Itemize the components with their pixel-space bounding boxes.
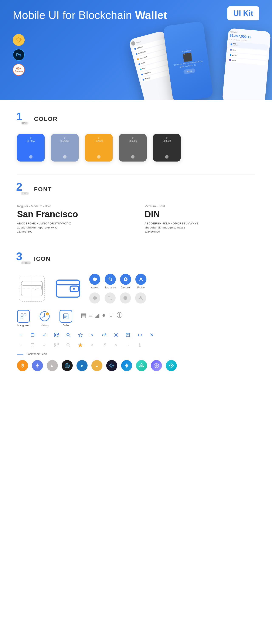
svg-marker-44 [78,333,82,337]
star-icon [76,331,84,339]
sketch-badge [13,34,25,46]
nem-icon [62,360,73,371]
icon-section-title: ICON [34,256,50,262]
sketch-icon [15,37,22,43]
nav-icon-profile-gray [135,292,146,304]
svg-point-18 [125,278,126,280]
assets-icon [92,277,97,282]
svg-rect-24 [24,314,26,316]
din-lowercase: abcdefghijklmnopqrstuvwxyz [144,226,255,229]
svg-marker-16 [93,277,97,281]
nav-icon-discover-gray [120,292,131,304]
assets-icon-circle-gray [89,292,100,304]
chat-icon: ▤ [81,312,86,319]
color-section: 1 ONE COLOR #3574FA #8DA0C8 #F5A623 #666… [17,113,255,162]
assets-label: Assets [91,286,98,289]
wallet-colored-svg [53,274,83,304]
swatch-dark: #303030 [153,134,180,162]
nav-icons-group: Assets Exchange [89,274,146,304]
svg-rect-57 [58,347,58,347]
star-icon-yellow [76,341,84,349]
qr-svg-gray [54,343,59,348]
hero-section: Mobile UI for Blockchain Wallet UI Kit P… [0,0,272,100]
poly-icon [151,360,162,371]
plus-icon-gray: + [17,341,25,349]
qr-icon-gray [53,341,60,349]
divider-2 [17,244,255,244]
number-big-2: 2 [16,181,22,192]
swatch-dot-3 [97,155,100,158]
profile-icon [138,277,144,282]
svg-marker-76 [125,364,128,368]
font-section: 2 TWO FONT Regular · Medium · Bold San F… [17,183,255,233]
main-content: 1 ONE COLOR #3574FA #8DA0C8 #F5A623 #666… [0,100,272,394]
swatch-dot-4 [131,155,134,158]
search-icon-gray [64,341,72,349]
info-icon: ⓘ [117,311,122,319]
divider-1 [17,174,255,174]
back-icon: < [88,331,96,339]
assets-icon-gray [92,296,97,300]
svg-point-21 [124,296,127,300]
search-svg-gray [66,343,71,348]
close-icon: ✕ [148,331,156,339]
svg-text:!: ! [47,313,48,315]
svg-rect-52 [57,343,58,345]
svg-point-15 [73,288,75,290]
icon-grid-top: Assets Exchange [17,274,255,304]
hero-badges: Ps 60+ Screens [13,34,25,76]
blockchain-line [17,354,24,354]
svg-point-19 [140,278,142,279]
star-svg-yellow [78,343,83,348]
order-icon-svg [63,313,69,320]
profile-icon-circle [135,274,146,285]
svg-marker-20 [93,296,97,300]
svg-point-42 [67,333,69,336]
exchange-icon [108,277,113,282]
blockchain-label: BlockChain Icon [26,352,47,356]
swatch-orange: #F5A623 [85,134,112,162]
check-icon-gray: ✓ [41,341,48,349]
verge-svg [138,362,144,368]
svg-rect-39 [58,336,58,336]
svg-marker-64 [66,364,69,367]
history-label: History [40,324,48,327]
svg-text:D: D [81,364,83,367]
photoshop-badge: Ps [13,49,25,61]
eth-icon [32,360,43,371]
din-uppercase: ABCDEFGHIJKLMNOPQRSTUVWXYZ [144,222,255,225]
sf-lowercase: abcdefghijklmnopqrstuvwxyz [17,226,128,229]
svg-rect-8 [21,281,42,286]
svg-text:Z: Z [96,364,98,367]
close-icon-gray: ✕ [112,341,120,349]
svg-marker-60 [78,343,82,347]
ui-kit-badge: UI Kit [228,6,259,20]
sf-font-name: San Francisco [17,209,128,219]
font-col-din: Medium · Bold DIN ABCDEFGHIJKLMNOPQRSTUV… [144,204,255,233]
color-swatches: #3574FA #8DA0C8 #F5A623 #666666 #303030 [17,134,255,162]
svg-marker-80 [155,364,158,367]
svg-rect-38 [57,336,58,336]
sky-icon [166,360,177,371]
ltc-icon: Ł [47,360,58,371]
nem-svg [64,362,70,368]
bottom-icon-row: Mangment ! History [17,310,255,327]
management-icon-svg [20,313,26,320]
phones-container: Profile Mainnet Messages Red Color Night… [132,11,272,100]
font-section-title: FONT [34,186,52,193]
export-svg [126,333,130,337]
svg-rect-40 [57,336,58,337]
hero-title: Mobile UI for Blockchain Wallet [13,8,167,22]
exchange-label: Exchange [104,286,116,289]
icon-colored [53,274,83,304]
grid-icon [106,360,117,371]
nav-icon-exchange: Exchange [104,274,116,289]
zcash-svg: Z [94,362,100,368]
dash-svg: D [79,362,85,368]
color-section-title: COLOR [34,116,58,122]
discover-label: Discover [121,286,131,289]
svg-rect-23 [21,314,23,316]
check-icon: ✓ [41,331,48,339]
history-icon-svg: ! [39,310,50,322]
hero-title-bold: Wallet [135,9,167,21]
